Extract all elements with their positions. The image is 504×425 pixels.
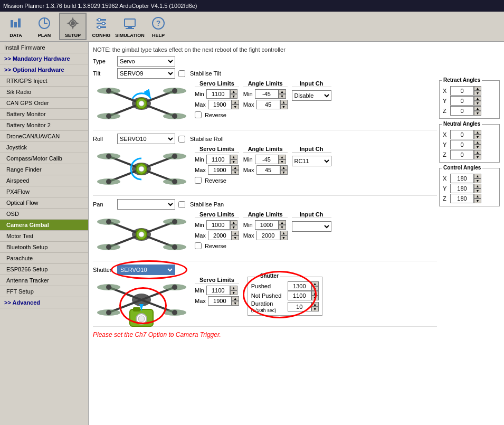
shutter-select[interactable]: SERVO10 Disable: [117, 265, 175, 275]
roll-servo-max-down[interactable]: ▼: [232, 170, 239, 175]
roll-servo-min-down[interactable]: ▼: [230, 159, 237, 164]
shutter-pushed-up[interactable]: ▲: [311, 281, 319, 286]
roll-servo-min-input[interactable]: 1100: [206, 155, 230, 164]
sidebar-parachute[interactable]: Parachute: [0, 253, 88, 264]
roll-servo-min-up[interactable]: ▲: [230, 155, 237, 159]
shutter-servo-max-down[interactable]: ▼: [232, 301, 239, 306]
roll-input-select[interactable]: RC11 Disable: [292, 156, 331, 166]
pan-angle-min-down[interactable]: ▼: [279, 225, 286, 230]
sidebar-install-firmware[interactable]: Install Firmware: [0, 42, 88, 53]
sidebar-rtk-gps[interactable]: RTK/GPS Inject: [0, 75, 88, 87]
sidebar-airspeed[interactable]: Airspeed: [0, 175, 88, 186]
retract-z-input[interactable]: 0: [450, 106, 474, 116]
sidebar-sik-radio[interactable]: Sik Radio: [0, 87, 88, 98]
toolbar-data-btn[interactable]: DATA: [2, 13, 30, 40]
roll-reverse-check[interactable]: [195, 177, 202, 184]
pan-angle-min-up[interactable]: ▲: [279, 220, 286, 225]
tilt-input-select[interactable]: Disable RC1RC2RC6: [292, 90, 331, 101]
tilt-angle-min-down[interactable]: ▼: [279, 94, 286, 99]
pan-angle-max-input[interactable]: 2000: [256, 231, 280, 240]
toolbar-help-btn[interactable]: ? HELP: [145, 13, 172, 40]
sidebar-px4flow[interactable]: PX4Flow: [0, 186, 88, 197]
shutter-servo-min-input[interactable]: 1100: [206, 286, 230, 295]
tilt-servo-max-down[interactable]: ▼: [232, 105, 239, 109]
sidebar-can-gps[interactable]: CAN GPS Order: [0, 98, 88, 109]
stabilise-tilt-check[interactable]: [178, 70, 185, 77]
roll-angle-max-up[interactable]: ▲: [280, 165, 288, 170]
shutter-notpushed-input[interactable]: 1100: [288, 291, 311, 300]
control-x-up[interactable]: ▲: [474, 174, 481, 178]
pan-angle-max-up[interactable]: ▲: [280, 231, 288, 235]
neutral-y-down[interactable]: ▼: [474, 145, 481, 149]
roll-angle-max-down[interactable]: ▼: [280, 170, 288, 175]
stabilise-roll-check[interactable]: [178, 136, 185, 143]
neutral-x-up[interactable]: ▲: [474, 130, 481, 135]
tilt-servo-min-down[interactable]: ▼: [230, 94, 237, 99]
control-z-up[interactable]: ▲: [474, 194, 481, 199]
tilt-angle-min-up[interactable]: ▲: [279, 89, 286, 94]
roll-angle-max-input[interactable]: 45: [256, 165, 280, 175]
toolbar-config-btn[interactable]: CONFIG: [88, 13, 115, 40]
sidebar-osd[interactable]: OSD: [0, 209, 88, 220]
neutral-z-input[interactable]: 0: [450, 150, 474, 159]
sidebar-optional-hardware[interactable]: >> Optional Hardware: [0, 64, 88, 75]
sidebar-battery-monitor[interactable]: Battery Monitor: [0, 109, 88, 120]
toolbar-simulation-btn[interactable]: SIMULATION: [116, 13, 144, 40]
roll-angle-min-down[interactable]: ▼: [279, 159, 286, 164]
tilt-servo-max-input[interactable]: 1900: [208, 100, 232, 109]
neutral-x-input[interactable]: 0: [450, 130, 474, 139]
sidebar-compass-motor[interactable]: Compass/Motor Calib: [0, 153, 88, 164]
retract-x-up[interactable]: ▲: [474, 86, 481, 91]
shutter-notpushed-down[interactable]: ▼: [311, 296, 319, 300]
tilt-servo-min-up[interactable]: ▲: [230, 89, 237, 94]
sidebar-mandatory-hardware[interactable]: >> Mandatory Hardware: [0, 53, 88, 64]
tilt-angle-max-input[interactable]: 45: [256, 100, 280, 109]
sidebar-camera-gimbal[interactable]: Camera Gimbal: [0, 220, 88, 231]
tilt-servo-min-input[interactable]: 1100: [206, 89, 230, 99]
tilt-angle-max-down[interactable]: ▼: [280, 105, 288, 109]
tilt-angle-max-up[interactable]: ▲: [280, 100, 288, 105]
shutter-duration-down[interactable]: ▼: [311, 307, 319, 311]
pan-angle-max-down[interactable]: ▼: [280, 235, 288, 240]
sidebar-fft-setup[interactable]: FFT Setup: [0, 286, 88, 297]
control-z-input[interactable]: 180: [450, 194, 474, 203]
sidebar-battery-monitor2[interactable]: Battery Monitor 2: [0, 120, 88, 131]
retract-z-down[interactable]: ▼: [474, 111, 481, 116]
roll-select[interactable]: SERVO10 Disable: [117, 134, 175, 144]
neutral-y-input[interactable]: 0: [450, 140, 474, 149]
toolbar-setup-btn[interactable]: SETUP: [59, 13, 87, 40]
retract-y-input[interactable]: 0: [450, 96, 474, 106]
sidebar-motor-test[interactable]: Motor Test: [0, 231, 88, 242]
toolbar-plan-btn[interactable]: PLAN: [31, 13, 58, 40]
pan-input-select[interactable]: Disable: [292, 221, 331, 232]
stabilise-pan-check[interactable]: [178, 201, 185, 208]
roll-angle-min-input[interactable]: -45: [255, 155, 279, 164]
shutter-servo-min-down[interactable]: ▼: [230, 290, 237, 295]
tilt-servo-max-up[interactable]: ▲: [232, 100, 239, 105]
sidebar-range-finder[interactable]: Range Finder: [0, 164, 88, 175]
sidebar-dronecan[interactable]: DroneCAN/UAVCAN: [0, 131, 88, 142]
neutral-x-down[interactable]: ▼: [474, 135, 481, 139]
control-z-down[interactable]: ▼: [474, 199, 481, 203]
control-y-down[interactable]: ▼: [474, 188, 481, 193]
control-y-up[interactable]: ▲: [474, 184, 481, 188]
shutter-servo-max-up[interactable]: ▲: [232, 296, 239, 301]
shutter-servo-max-input[interactable]: 1900: [208, 296, 232, 306]
shutter-duration-input[interactable]: 10: [288, 302, 311, 311]
control-y-input[interactable]: 180: [450, 184, 474, 193]
shutter-duration-up[interactable]: ▲: [311, 302, 319, 307]
pan-servo-max-up[interactable]: ▲: [232, 231, 239, 235]
sidebar-esp8266[interactable]: ESP8266 Setup: [0, 264, 88, 275]
roll-servo-max-up[interactable]: ▲: [232, 165, 239, 170]
control-x-down[interactable]: ▼: [474, 178, 481, 183]
pan-servo-max-input[interactable]: 2000: [208, 231, 232, 240]
retract-y-down[interactable]: ▼: [474, 101, 481, 106]
sidebar-joystick[interactable]: Joystick: [0, 142, 88, 153]
pan-select[interactable]: Disable: [117, 199, 175, 210]
neutral-y-up[interactable]: ▲: [474, 140, 481, 145]
shutter-servo-min-up[interactable]: ▲: [230, 286, 237, 290]
roll-servo-max-input[interactable]: 1900: [208, 165, 232, 175]
pan-reverse-check[interactable]: [195, 242, 202, 249]
type-select[interactable]: Servo None Alexmos: [117, 56, 175, 67]
sidebar-antenna-tracker[interactable]: Antenna Tracker: [0, 275, 88, 286]
